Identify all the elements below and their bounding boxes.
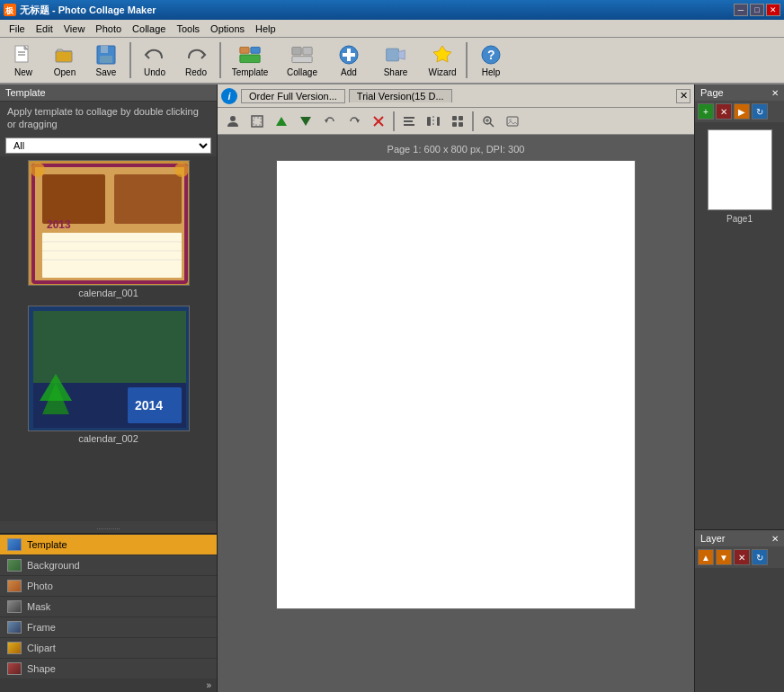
- collage-button[interactable]: Collage: [277, 40, 327, 81]
- undo-button[interactable]: Undo: [135, 40, 174, 81]
- layer-move-down-button[interactable]: ▼: [716, 549, 732, 565]
- expand-arrow-icon[interactable]: »: [206, 680, 211, 690]
- layer-delete-button[interactable]: ✕: [734, 549, 750, 565]
- save-label: Save: [96, 67, 117, 77]
- redo-button[interactable]: Redo: [176, 40, 216, 81]
- share-label: Share: [384, 67, 408, 77]
- page-panel-close-button[interactable]: ✕: [771, 88, 779, 98]
- page-remove-button[interactable]: ✕: [716, 103, 732, 120]
- delete-button[interactable]: [367, 111, 390, 132]
- svg-rect-18: [343, 53, 355, 57]
- new-button[interactable]: New: [4, 40, 43, 81]
- page-add-button[interactable]: +: [698, 103, 714, 120]
- template-item-2[interactable]: 2014 calendar_002: [4, 306, 213, 444]
- menu-view[interactable]: View: [58, 22, 91, 36]
- new-icon: [13, 44, 34, 66]
- notification-close-button[interactable]: ✕: [676, 89, 690, 103]
- add-button[interactable]: Add: [329, 40, 369, 81]
- tab-template[interactable]: Template: [0, 534, 217, 554]
- rotate-right-button[interactable]: [343, 111, 366, 132]
- svg-rect-8: [101, 46, 108, 53]
- menu-photo[interactable]: Photo: [90, 22, 127, 36]
- template-icon: [239, 44, 261, 66]
- layer-refresh-button[interactable]: ↻: [752, 549, 768, 565]
- tab-mask-label: Mask: [27, 601, 50, 612]
- redo-icon: [185, 44, 207, 66]
- toolbar-sep-2: [219, 42, 221, 78]
- menu-file[interactable]: File: [4, 22, 31, 36]
- template-button[interactable]: Template: [225, 40, 275, 81]
- notification-bar: i Order Full Version... Trial Version(15…: [218, 84, 694, 108]
- svg-rect-52: [404, 124, 414, 126]
- image-button[interactable]: [501, 111, 524, 132]
- tab-shape[interactable]: Shape: [0, 658, 217, 679]
- layer-panel: Layer ✕ ▲ ▼ ✕ ↻: [695, 530, 784, 692]
- svg-rect-51: [404, 120, 413, 122]
- page-thumbnail-1[interactable]: [708, 129, 772, 210]
- crop-button[interactable]: [245, 111, 269, 132]
- tab-photo[interactable]: Photo: [0, 575, 217, 596]
- page-panel-toolbar: + ✕ ▶ ↻: [695, 101, 784, 122]
- menu-collage[interactable]: Collage: [127, 22, 171, 36]
- frame-tab-icon: [7, 621, 22, 634]
- template-label-2: calendar_002: [78, 433, 138, 444]
- svg-rect-13: [292, 47, 301, 55]
- main-layout: Template Apply template to collage by do…: [0, 84, 784, 692]
- layer-panel-close-button[interactable]: ✕: [771, 534, 779, 544]
- move-up-button[interactable]: [270, 111, 293, 132]
- save-button[interactable]: Save: [86, 40, 126, 81]
- redo-label: Redo: [185, 67, 207, 77]
- svg-rect-43: [254, 118, 261, 125]
- svg-rect-50: [404, 117, 414, 119]
- minimize-button[interactable]: ─: [734, 4, 748, 16]
- menu-options[interactable]: Options: [205, 22, 250, 36]
- help-button[interactable]: ? Help: [471, 40, 511, 81]
- page-settings-button[interactable]: ▶: [734, 103, 750, 120]
- tab-background-label: Background: [27, 560, 80, 571]
- svg-rect-19: [387, 49, 399, 61]
- template-item-1[interactable]: 2013 calendar_001: [4, 160, 213, 298]
- svg-point-65: [509, 119, 512, 121]
- align-button[interactable]: [397, 111, 421, 132]
- open-button[interactable]: Open: [45, 40, 85, 81]
- tab-background[interactable]: Background: [0, 554, 217, 575]
- trial-version-tab: Trial Version(15 D...: [349, 89, 452, 102]
- move-down-button[interactable]: [294, 111, 317, 132]
- page-refresh-button[interactable]: ↻: [752, 103, 768, 120]
- save-icon: [95, 44, 117, 66]
- menu-tools[interactable]: Tools: [171, 22, 205, 36]
- order-full-version-button[interactable]: Order Full Version...: [241, 89, 345, 103]
- canvas-page: [276, 160, 636, 609]
- maximize-button[interactable]: □: [750, 4, 764, 16]
- rotate-left-button[interactable]: [318, 111, 342, 132]
- wizard-button[interactable]: Wizard: [423, 40, 462, 81]
- share-button[interactable]: Share: [370, 40, 421, 81]
- left-panel: Template Apply template to collage by do…: [0, 84, 218, 692]
- template-thumb-2: 2014: [28, 306, 190, 431]
- svg-rect-35: [33, 311, 186, 383]
- undo-label: Undo: [144, 67, 165, 77]
- panel-description: Apply template to collage by double clic…: [0, 102, 217, 135]
- tab-mask[interactable]: Mask: [0, 596, 217, 617]
- layer-move-up-button[interactable]: ▲: [698, 549, 714, 565]
- category-dropdown[interactable]: All Calendar Wedding Birthday Holiday: [5, 138, 211, 154]
- tab-frame[interactable]: Frame: [0, 617, 217, 637]
- zoom-button[interactable]: [477, 111, 500, 132]
- svg-rect-11: [251, 47, 260, 53]
- person-button[interactable]: [221, 111, 245, 132]
- canvas-area[interactable]: Page 1: 600 x 800 px, DPI: 300: [218, 135, 694, 692]
- distribute-button[interactable]: [422, 111, 445, 132]
- page-thumbnail-area: Page1: [695, 122, 784, 529]
- svg-point-32: [31, 163, 45, 177]
- menu-edit[interactable]: Edit: [31, 22, 58, 36]
- svg-rect-58: [452, 122, 457, 127]
- tab-clipart[interactable]: Clipart: [0, 637, 217, 658]
- panel-title: Template: [0, 84, 217, 102]
- app-icon: 极: [4, 4, 16, 16]
- svg-text:2013: 2013: [47, 218, 71, 231]
- grid-button[interactable]: [446, 111, 469, 132]
- svg-text:?: ?: [487, 48, 495, 62]
- menu-help[interactable]: Help: [250, 22, 281, 36]
- layer-panel-title: Layer: [700, 533, 726, 544]
- close-button[interactable]: ✕: [766, 4, 780, 16]
